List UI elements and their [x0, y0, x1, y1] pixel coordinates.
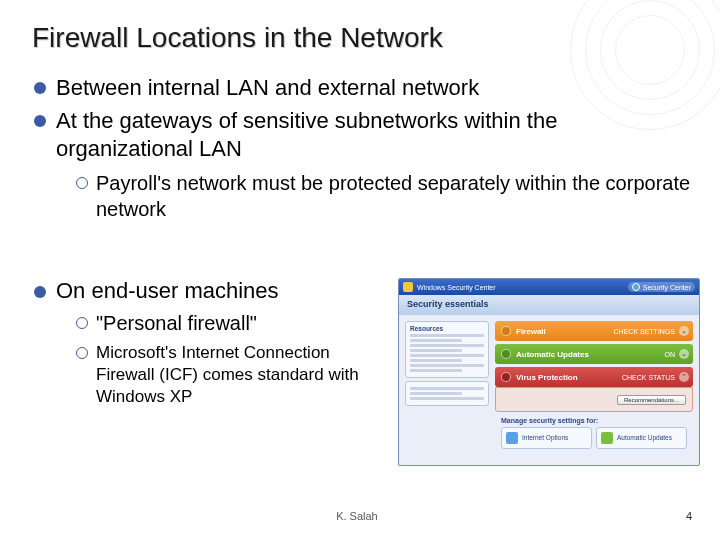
badge-label: Security Center: [643, 284, 691, 291]
updates-icon: [601, 432, 613, 444]
security-center-badge: Security Center: [628, 282, 695, 292]
collapse-icon[interactable]: ⌃: [679, 372, 689, 382]
card-label: Internet Options: [522, 434, 568, 441]
bullet-gateways: At the gateways of sensitive subnetworks…: [32, 107, 692, 164]
author: K. Salah: [28, 510, 686, 522]
sidebar-heading: Resources: [410, 325, 484, 332]
updates-row[interactable]: Automatic Updates ON ⌄: [495, 344, 693, 364]
card-label: Automatic Updates: [617, 434, 672, 441]
slide-body: Between internal LAN and external networ…: [32, 74, 692, 226]
virus-row[interactable]: Virus Protection CHECK STATUS ⌃: [495, 367, 693, 387]
slide-title: Firewall Locations in the Network: [32, 22, 443, 54]
page-number: 4: [686, 510, 692, 522]
firewall-label: Firewall: [516, 327, 546, 336]
updates-label: Automatic Updates: [516, 350, 589, 359]
virus-status: CHECK STATUS: [622, 374, 687, 381]
recommendations-button[interactable]: Recommendations...: [617, 395, 686, 405]
subbullet-icf: Microsoft's Internet Connection Firewall…: [32, 342, 382, 408]
window-title: Windows Security Center: [417, 284, 496, 291]
firewall-status-icon: [501, 326, 511, 336]
automatic-updates-card[interactable]: Automatic Updates: [596, 427, 687, 449]
banner: Security essentials: [399, 295, 699, 315]
virus-label: Virus Protection: [516, 373, 578, 382]
security-center-window: Windows Security Center Security Center …: [398, 278, 700, 466]
sidebar: Resources: [405, 321, 489, 455]
manage-heading: Manage security settings for:: [501, 417, 687, 424]
virus-detail-panel: Recommendations...: [495, 387, 693, 412]
subbullet-payroll: Payroll's network must be protected sepa…: [32, 170, 692, 222]
firewall-row[interactable]: Firewall CHECK SETTINGS ⌄: [495, 321, 693, 341]
left-column: On end-user machines "Personal firewall"…: [32, 278, 382, 466]
globe-icon: [506, 432, 518, 444]
bullet-end-user: On end-user machines: [32, 278, 382, 304]
slide-footer: K. Salah 4: [0, 510, 720, 522]
sidebar-secondary-panel: [405, 381, 489, 406]
window-titlebar: Windows Security Center Security Center: [399, 279, 699, 295]
updates-status-icon: [501, 349, 511, 359]
shield-icon: [403, 282, 413, 292]
firewall-status: CHECK SETTINGS: [614, 328, 687, 335]
shield-small-icon: [632, 283, 640, 291]
internet-options-card[interactable]: Internet Options: [501, 427, 592, 449]
manage-section: Manage security settings for: Internet O…: [495, 415, 693, 455]
expand-icon[interactable]: ⌄: [679, 349, 689, 359]
expand-icon[interactable]: ⌄: [679, 326, 689, 336]
virus-status-icon: [501, 372, 511, 382]
main-panel: Firewall CHECK SETTINGS ⌄ Automatic Upda…: [495, 321, 693, 455]
subbullet-personal-firewall: "Personal firewall": [32, 310, 382, 336]
bullet-between-lan: Between internal LAN and external networ…: [32, 74, 692, 103]
sidebar-resources-panel: Resources: [405, 321, 489, 378]
